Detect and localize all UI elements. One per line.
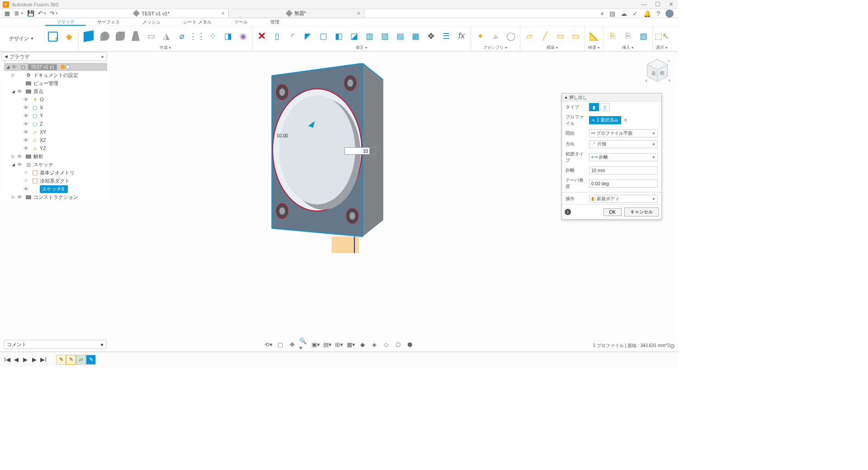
tree-item[interactable]: 👁▱XZ xyxy=(4,136,107,144)
visibility-icon[interactable]: 👁 xyxy=(17,89,24,94)
revolve-icon[interactable] xyxy=(98,29,112,43)
viewport-icon[interactable]: ▦▾ xyxy=(346,340,355,349)
timeline-feature-plane[interactable]: ▱ xyxy=(76,355,86,365)
joint-origin-icon[interactable]: ◯ xyxy=(504,29,518,43)
browser-header[interactable]: ◀ ブラウザ ● xyxy=(1,52,107,61)
redo-icon[interactable]: ↷▼ xyxy=(49,9,60,18)
visibility-icon[interactable]: 👁 xyxy=(17,162,24,167)
visibility-icon[interactable]: 👁 xyxy=(24,146,30,151)
pin-icon[interactable]: ● xyxy=(100,342,104,347)
tree-root[interactable]: ◢👁 ▢ TEST v1 v1 xyxy=(4,63,107,71)
delete-icon[interactable]: ✕ xyxy=(255,29,269,43)
plane-icon[interactable]: ▱ xyxy=(522,29,537,43)
visibility-icon[interactable]: 👁 xyxy=(17,194,24,200)
create-form-icon[interactable]: ◆ xyxy=(62,29,76,44)
wireframe-icon[interactable]: ◈ xyxy=(370,340,379,349)
perspective-icon[interactable]: ⬢ xyxy=(405,340,414,349)
offset-plane-icon[interactable]: ▭ xyxy=(568,29,583,43)
visibility-icon[interactable]: 👁 xyxy=(24,137,30,143)
pattern-icon[interactable]: ⋮⋮ xyxy=(190,29,204,43)
new-tab-icon[interactable]: + xyxy=(600,10,604,17)
comments-panel[interactable]: コメント ● xyxy=(4,340,107,349)
taper-field[interactable]: 0.00 deg xyxy=(589,179,658,188)
ribbon-tab-sheetmetal[interactable]: シート メタル xyxy=(172,18,223,26)
user-avatar[interactable] xyxy=(665,9,674,18)
ok-button[interactable]: OK xyxy=(604,208,622,216)
timeline-play-icon[interactable]: ▶ xyxy=(22,356,29,363)
start-select[interactable]: ↦ プロファイル平面▼ xyxy=(589,129,658,137)
visibility-icon[interactable]: 👁 xyxy=(24,121,30,127)
tree-item[interactable]: ▷👁解析 xyxy=(4,152,107,160)
scale-icon[interactable]: ▦ xyxy=(408,29,423,43)
look-at-icon[interactable]: ▢ xyxy=(276,340,285,349)
point-icon[interactable]: ▭ xyxy=(553,29,567,43)
zoom-icon[interactable]: 🔍▾ xyxy=(299,340,308,349)
draft-icon[interactable]: ◧ xyxy=(331,29,346,43)
insert-mcmaster-icon[interactable]: ⎘ xyxy=(621,29,635,43)
direction-select[interactable]: ↗ 片側▼ xyxy=(589,140,658,148)
help-icon[interactable]: ? xyxy=(656,10,660,17)
bell-icon[interactable]: 🔔 xyxy=(643,10,651,17)
tree-item[interactable]: ◢👁原点 xyxy=(4,87,107,95)
tree-item[interactable]: 👁▢Z xyxy=(4,120,107,128)
fit-icon[interactable]: ▣▾ xyxy=(311,340,320,349)
doc-tab-active[interactable]: TEST v1 v1* × xyxy=(75,9,229,18)
workspace-switcher[interactable]: デザイン▼ xyxy=(0,26,43,51)
visibility-icon[interactable]: 👁 xyxy=(24,170,30,175)
offset-face-icon[interactable]: ▥ xyxy=(362,29,377,43)
timeline-feature-sketch1[interactable]: ✎ xyxy=(56,355,66,365)
align-icon[interactable]: ☰ xyxy=(439,29,453,43)
close-tab-icon[interactable]: × xyxy=(357,10,360,17)
parameters-icon[interactable]: fx xyxy=(454,29,469,43)
select-icon[interactable]: ⬚↖ xyxy=(655,29,669,43)
window-minimize-icon[interactable]: — xyxy=(641,1,647,8)
clear-selection-icon[interactable]: × xyxy=(624,117,627,123)
tree-item[interactable]: 👁▢X xyxy=(4,103,107,112)
shell-icon[interactable]: ▢ xyxy=(316,29,330,43)
collapse-icon[interactable]: ● xyxy=(565,95,567,100)
window-maximize-icon[interactable]: ☐ xyxy=(655,1,660,8)
close-tab-icon[interactable]: × xyxy=(221,10,225,17)
ribbon-tab-surface[interactable]: サーフェス xyxy=(86,18,131,26)
tree-item[interactable]: ◢👁▧スケッチ xyxy=(4,160,107,169)
timeline-feature-active[interactable]: ✎ xyxy=(86,355,96,365)
axis-construct-icon[interactable]: ╱ xyxy=(538,29,552,43)
tree-item[interactable]: ビュー管理 xyxy=(4,79,107,87)
split-icon[interactable]: ▤ xyxy=(393,29,407,43)
mirror-icon[interactable]: ◮ xyxy=(159,29,174,43)
move-icon[interactable]: ✥ xyxy=(424,29,438,43)
insert-derive-icon[interactable]: ⎘ xyxy=(605,29,620,43)
create-sketch-icon[interactable] xyxy=(45,28,61,45)
tree-item[interactable]: 👁▱XY xyxy=(4,128,107,136)
save-icon[interactable]: 💾 xyxy=(25,9,36,18)
visibility-icon[interactable]: 👁 xyxy=(17,154,24,159)
visibility-icon[interactable]: 👁 xyxy=(24,186,30,192)
visibility-icon[interactable]: 👁 xyxy=(24,97,30,102)
thread-icon[interactable]: ⁘ xyxy=(205,29,220,43)
distance-field[interactable]: 10 mm xyxy=(589,166,658,174)
replace-face-icon[interactable]: ▨ xyxy=(377,29,392,43)
presspull-icon[interactable]: ▯ xyxy=(270,29,284,43)
notifications-icon[interactable]: ☁ xyxy=(621,10,627,17)
pin-icon[interactable]: ● xyxy=(101,54,104,59)
distance-float-input[interactable]: ⋮ xyxy=(344,147,376,155)
sweep-icon[interactable] xyxy=(113,29,127,43)
window-close-icon[interactable]: ✕ xyxy=(669,1,674,8)
visibility-icon[interactable]: 👁 xyxy=(24,129,30,135)
timeline-prev-icon[interactable]: ◀ xyxy=(13,356,20,363)
extensions-icon[interactable]: ▤ xyxy=(609,10,615,17)
extrude-icon[interactable] xyxy=(80,28,97,44)
pan-icon[interactable]: ✥ xyxy=(288,340,297,349)
timeline-next-icon[interactable]: ▶ xyxy=(31,356,38,363)
tree-item[interactable]: 👁✎スケッチ6 xyxy=(4,185,107,193)
hole-icon[interactable]: ⌀ xyxy=(175,29,189,43)
ribbon-tab-tools[interactable]: ツール xyxy=(223,18,259,26)
info-icon[interactable]: i xyxy=(565,209,571,215)
data-panel-icon[interactable]: ▦ xyxy=(2,9,13,18)
new-component-icon[interactable]: ✦ xyxy=(473,29,487,43)
ribbon-tab-manage[interactable]: 管理 xyxy=(259,18,291,26)
type-thin-icon[interactable]: ▯ xyxy=(600,103,610,111)
file-menu-icon[interactable]: 🗎▼ xyxy=(14,9,24,18)
timeline-end-icon[interactable]: ▶I xyxy=(40,356,47,363)
visibility-icon[interactable]: 👁 xyxy=(24,113,30,118)
